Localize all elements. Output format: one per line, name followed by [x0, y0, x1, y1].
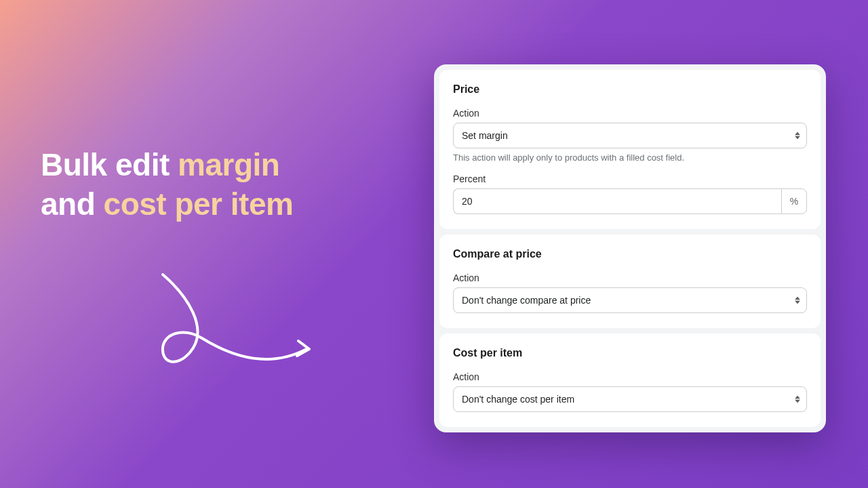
percent-suffix: %	[781, 188, 807, 214]
cost-card: Cost per item Action Don't change cost p…	[439, 333, 821, 427]
hero-text: Bulk edit	[41, 147, 178, 182]
price-action-helper: This action will apply only to products …	[453, 152, 807, 163]
hero-accent-margin: margin	[178, 147, 279, 182]
cost-action-label: Action	[453, 371, 807, 382]
hero-text: and	[41, 186, 104, 222]
hero-headline: Bulk edit margin and cost per item	[41, 146, 407, 224]
curly-arrow-icon	[149, 268, 326, 390]
cost-action-select[interactable]: Don't change cost per item	[453, 386, 807, 412]
compare-action-select[interactable]: Don't change compare at price	[453, 287, 807, 313]
compare-card-title: Compare at price	[453, 248, 807, 260]
hero-accent-cost: cost per item	[104, 186, 294, 222]
cost-card-title: Cost per item	[453, 347, 807, 359]
compare-card: Compare at price Action Don't change com…	[439, 235, 821, 328]
price-action-label: Action	[453, 108, 807, 119]
price-card-title: Price	[453, 83, 807, 96]
price-action-select[interactable]: Set margin	[453, 123, 807, 148]
price-card: Price Action Set margin This action will…	[439, 70, 821, 229]
percent-input[interactable]	[453, 188, 781, 214]
compare-action-label: Action	[453, 272, 807, 283]
percent-label: Percent	[453, 174, 807, 184]
settings-panel: Price Action Set margin This action will…	[434, 64, 826, 432]
